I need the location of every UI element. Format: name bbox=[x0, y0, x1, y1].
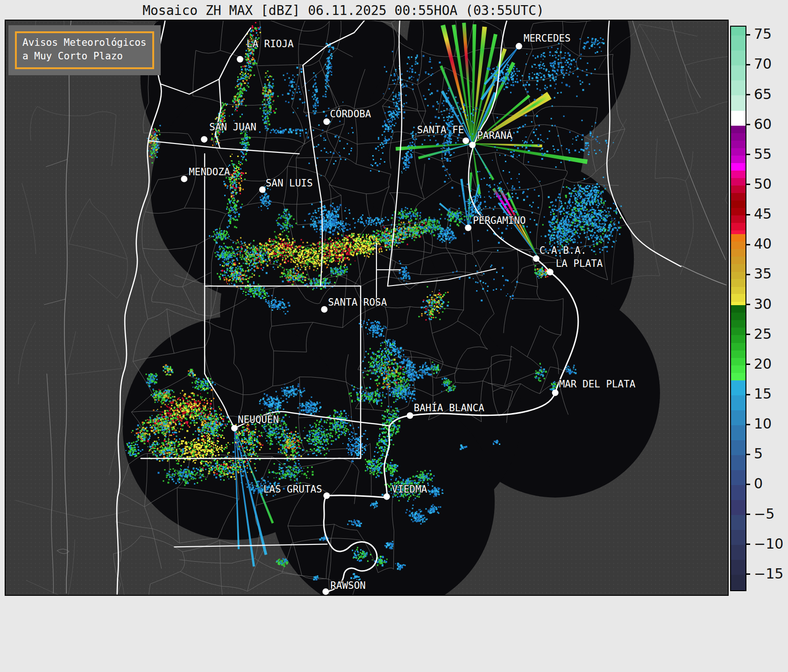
colorbar-band bbox=[731, 575, 745, 590]
colorbar-band bbox=[731, 50, 745, 65]
city-marker bbox=[462, 137, 469, 144]
colorbar-tick-label: 25 bbox=[754, 326, 772, 342]
colorbar-band bbox=[731, 148, 745, 156]
colorbar-tick bbox=[745, 424, 750, 425]
city-label: MAR DEL PLATA bbox=[559, 379, 636, 390]
city-label: SANTA FE bbox=[417, 124, 464, 136]
colorbar-band bbox=[731, 163, 745, 171]
city-label: SANTA ROSA bbox=[328, 297, 387, 308]
colorbar-tick-label: 55 bbox=[754, 146, 772, 162]
colorbar-tick-label: 15 bbox=[754, 386, 772, 402]
colorbar-tick-label: 5 bbox=[754, 445, 763, 462]
colorbar-band bbox=[731, 279, 745, 287]
city-label: C.A.B.A. bbox=[540, 245, 587, 256]
city-label: MENDOZA bbox=[189, 166, 230, 178]
colorbar-band bbox=[731, 215, 745, 223]
colorbar-tick bbox=[745, 34, 750, 36]
colorbar-band bbox=[731, 294, 745, 302]
colorbar-band bbox=[731, 133, 745, 141]
colorbar-scale bbox=[730, 26, 746, 591]
city-marker bbox=[231, 425, 238, 431]
colorbar-band bbox=[731, 545, 745, 560]
city-marker bbox=[237, 56, 243, 63]
colorbar-tick bbox=[745, 244, 750, 245]
city-marker bbox=[407, 412, 413, 419]
colorbar-tick bbox=[745, 124, 750, 125]
colorbar-tick bbox=[745, 364, 750, 365]
colorbar-tick-label: 35 bbox=[754, 266, 772, 282]
city-marker bbox=[547, 269, 554, 275]
city-marker bbox=[322, 588, 329, 595]
colorbar-band bbox=[731, 335, 745, 343]
colorbar-tick bbox=[745, 94, 750, 95]
colorbar-band bbox=[731, 470, 745, 485]
city-label: SAN JUAN bbox=[209, 122, 256, 133]
colorbar-tick bbox=[745, 573, 750, 575]
colorbar-band bbox=[731, 410, 745, 425]
city-label: PERGAMINO bbox=[473, 215, 525, 226]
city-marker bbox=[516, 43, 522, 50]
colorbar-tick-label: −10 bbox=[754, 536, 783, 552]
colorbar-tick bbox=[745, 64, 750, 65]
colorbar-band bbox=[731, 328, 745, 335]
city-label: CÓRDOBA bbox=[330, 108, 371, 120]
city-marker bbox=[181, 176, 187, 182]
colorbar-band bbox=[731, 313, 745, 320]
colorbar-band bbox=[731, 186, 745, 193]
colorbar-tick-label: 30 bbox=[754, 296, 772, 312]
colorbar-band bbox=[731, 287, 745, 294]
city-label: LA PLATA bbox=[556, 258, 603, 269]
city-marker bbox=[533, 255, 540, 262]
colorbar-band bbox=[731, 200, 745, 208]
colorbar-band bbox=[731, 242, 745, 249]
page: { "title": "Mosaico ZH MAX [dBZ] 06.11.2… bbox=[0, 0, 788, 672]
city-marker bbox=[323, 493, 330, 499]
colorbar-band bbox=[731, 27, 745, 36]
colorbar-tick bbox=[745, 484, 750, 485]
city-marker bbox=[259, 186, 266, 193]
colorbar-band bbox=[731, 223, 745, 230]
city-marker bbox=[321, 306, 327, 313]
product-title: Mosaico ZH MAX [dBZ] 06.11.2025 00:55HOA… bbox=[0, 3, 687, 18]
radar-map: LA RIOJAMERCEDESCÓRDOBASAN JUANSANTA FEP… bbox=[5, 20, 729, 596]
colorbar-band bbox=[731, 343, 745, 350]
colorbar-band bbox=[731, 80, 745, 95]
city-label: LA RIOJA bbox=[247, 38, 294, 50]
colorbar-tick-label: 65 bbox=[754, 86, 772, 102]
colorbar-band bbox=[731, 249, 745, 257]
colorbar-tick-label: 10 bbox=[754, 415, 772, 432]
city-marker bbox=[465, 225, 471, 231]
city-marker bbox=[323, 118, 330, 125]
colorbar-tick bbox=[745, 214, 750, 215]
colorbar-tick-label: −15 bbox=[754, 565, 783, 582]
warning-box: Avisos Meteorológicos a Muy Corto Plazo bbox=[8, 25, 161, 75]
colorbar-band bbox=[731, 264, 745, 272]
colorbar-band bbox=[731, 302, 745, 306]
colorbar-band bbox=[731, 171, 745, 178]
colorbar-tick bbox=[745, 514, 750, 515]
city-marker bbox=[469, 142, 476, 148]
colorbar-band bbox=[731, 425, 745, 440]
colorbar-band bbox=[731, 111, 745, 126]
colorbar-band bbox=[731, 515, 745, 530]
colorbar-band bbox=[731, 485, 745, 500]
colorbar-tick bbox=[745, 543, 750, 545]
footer-logos: Servicio Meteorológico Nacional Argentin… bbox=[0, 597, 788, 672]
colorbar-band bbox=[731, 560, 745, 575]
colorbar-band bbox=[731, 500, 745, 515]
city-label: NEUQUÉN bbox=[238, 414, 279, 425]
city-label: BAHÍA BLANCA bbox=[414, 402, 485, 414]
colorbar-band bbox=[731, 350, 745, 358]
colorbar-band bbox=[731, 373, 745, 380]
colorbar-band bbox=[731, 36, 745, 50]
city-label: VIEDMA bbox=[392, 484, 427, 495]
colorbar-band bbox=[731, 126, 745, 133]
colorbar-band bbox=[731, 530, 745, 545]
colorbar-band bbox=[731, 193, 745, 200]
colorbar-tick-label: 75 bbox=[754, 26, 772, 42]
colorbar-band bbox=[731, 178, 745, 186]
colorbar-tick-label: 20 bbox=[754, 356, 772, 372]
city-label: LAS GRUTAS bbox=[263, 484, 322, 495]
colorbar-band bbox=[731, 65, 745, 80]
colorbar-band bbox=[731, 320, 745, 328]
